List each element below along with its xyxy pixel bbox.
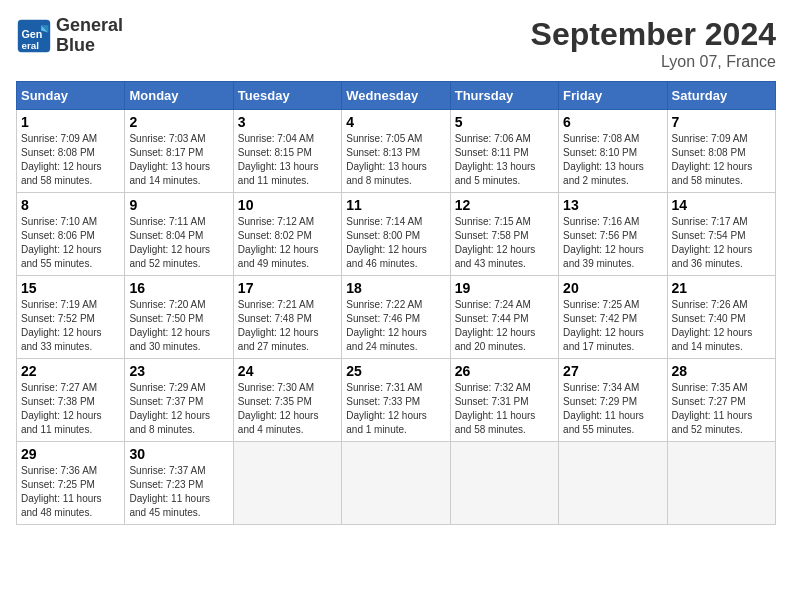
logo: Gen eral General Blue [16, 16, 123, 56]
calendar-row-4: 22Sunrise: 7:27 AMSunset: 7:38 PMDayligh… [17, 359, 776, 442]
day-number: 6 [563, 114, 662, 130]
day-cell-1: 1Sunrise: 7:09 AMSunset: 8:08 PMDaylight… [17, 110, 125, 193]
day-number: 5 [455, 114, 554, 130]
day-info: Sunrise: 7:17 AMSunset: 7:54 PMDaylight:… [672, 215, 771, 271]
day-cell-17: 17Sunrise: 7:21 AMSunset: 7:48 PMDayligh… [233, 276, 341, 359]
day-info: Sunrise: 7:34 AMSunset: 7:29 PMDaylight:… [563, 381, 662, 437]
calendar-row-2: 8Sunrise: 7:10 AMSunset: 8:06 PMDaylight… [17, 193, 776, 276]
day-number: 9 [129, 197, 228, 213]
day-info: Sunrise: 7:10 AMSunset: 8:06 PMDaylight:… [21, 215, 120, 271]
calendar-table: SundayMondayTuesdayWednesdayThursdayFrid… [16, 81, 776, 525]
weekday-header-monday: Monday [125, 82, 233, 110]
day-number: 18 [346, 280, 445, 296]
day-info: Sunrise: 7:12 AMSunset: 8:02 PMDaylight:… [238, 215, 337, 271]
weekday-header-wednesday: Wednesday [342, 82, 450, 110]
day-number: 10 [238, 197, 337, 213]
day-info: Sunrise: 7:35 AMSunset: 7:27 PMDaylight:… [672, 381, 771, 437]
empty-cell [667, 442, 775, 525]
day-cell-25: 25Sunrise: 7:31 AMSunset: 7:33 PMDayligh… [342, 359, 450, 442]
day-number: 2 [129, 114, 228, 130]
day-cell-3: 3Sunrise: 7:04 AMSunset: 8:15 PMDaylight… [233, 110, 341, 193]
day-cell-16: 16Sunrise: 7:20 AMSunset: 7:50 PMDayligh… [125, 276, 233, 359]
weekday-header-friday: Friday [559, 82, 667, 110]
day-number: 23 [129, 363, 228, 379]
day-info: Sunrise: 7:14 AMSunset: 8:00 PMDaylight:… [346, 215, 445, 271]
weekday-header-row: SundayMondayTuesdayWednesdayThursdayFrid… [17, 82, 776, 110]
calendar-row-3: 15Sunrise: 7:19 AMSunset: 7:52 PMDayligh… [17, 276, 776, 359]
day-info: Sunrise: 7:27 AMSunset: 7:38 PMDaylight:… [21, 381, 120, 437]
day-cell-30: 30Sunrise: 7:37 AMSunset: 7:23 PMDayligh… [125, 442, 233, 525]
day-cell-24: 24Sunrise: 7:30 AMSunset: 7:35 PMDayligh… [233, 359, 341, 442]
day-info: Sunrise: 7:30 AMSunset: 7:35 PMDaylight:… [238, 381, 337, 437]
logo-icon: Gen eral [16, 18, 52, 54]
day-number: 13 [563, 197, 662, 213]
day-number: 28 [672, 363, 771, 379]
day-info: Sunrise: 7:22 AMSunset: 7:46 PMDaylight:… [346, 298, 445, 354]
day-cell-6: 6Sunrise: 7:08 AMSunset: 8:10 PMDaylight… [559, 110, 667, 193]
day-number: 30 [129, 446, 228, 462]
day-info: Sunrise: 7:19 AMSunset: 7:52 PMDaylight:… [21, 298, 120, 354]
day-info: Sunrise: 7:11 AMSunset: 8:04 PMDaylight:… [129, 215, 228, 271]
day-cell-18: 18Sunrise: 7:22 AMSunset: 7:46 PMDayligh… [342, 276, 450, 359]
day-cell-15: 15Sunrise: 7:19 AMSunset: 7:52 PMDayligh… [17, 276, 125, 359]
day-number: 7 [672, 114, 771, 130]
day-cell-5: 5Sunrise: 7:06 AMSunset: 8:11 PMDaylight… [450, 110, 558, 193]
day-cell-14: 14Sunrise: 7:17 AMSunset: 7:54 PMDayligh… [667, 193, 775, 276]
day-cell-23: 23Sunrise: 7:29 AMSunset: 7:37 PMDayligh… [125, 359, 233, 442]
day-cell-20: 20Sunrise: 7:25 AMSunset: 7:42 PMDayligh… [559, 276, 667, 359]
day-cell-29: 29Sunrise: 7:36 AMSunset: 7:25 PMDayligh… [17, 442, 125, 525]
day-info: Sunrise: 7:31 AMSunset: 7:33 PMDaylight:… [346, 381, 445, 437]
day-number: 4 [346, 114, 445, 130]
day-info: Sunrise: 7:04 AMSunset: 8:15 PMDaylight:… [238, 132, 337, 188]
svg-text:eral: eral [21, 39, 39, 50]
calendar-row-5: 29Sunrise: 7:36 AMSunset: 7:25 PMDayligh… [17, 442, 776, 525]
day-cell-22: 22Sunrise: 7:27 AMSunset: 7:38 PMDayligh… [17, 359, 125, 442]
day-number: 26 [455, 363, 554, 379]
day-number: 3 [238, 114, 337, 130]
day-info: Sunrise: 7:06 AMSunset: 8:11 PMDaylight:… [455, 132, 554, 188]
weekday-header-tuesday: Tuesday [233, 82, 341, 110]
day-number: 16 [129, 280, 228, 296]
day-cell-10: 10Sunrise: 7:12 AMSunset: 8:02 PMDayligh… [233, 193, 341, 276]
day-info: Sunrise: 7:32 AMSunset: 7:31 PMDaylight:… [455, 381, 554, 437]
day-info: Sunrise: 7:29 AMSunset: 7:37 PMDaylight:… [129, 381, 228, 437]
month-title: September 2024 [531, 16, 776, 53]
day-cell-27: 27Sunrise: 7:34 AMSunset: 7:29 PMDayligh… [559, 359, 667, 442]
day-number: 12 [455, 197, 554, 213]
day-number: 22 [21, 363, 120, 379]
day-number: 19 [455, 280, 554, 296]
day-cell-12: 12Sunrise: 7:15 AMSunset: 7:58 PMDayligh… [450, 193, 558, 276]
day-number: 20 [563, 280, 662, 296]
day-number: 21 [672, 280, 771, 296]
page-header: Gen eral General Blue September 2024 Lyo… [16, 16, 776, 71]
day-cell-8: 8Sunrise: 7:10 AMSunset: 8:06 PMDaylight… [17, 193, 125, 276]
day-cell-4: 4Sunrise: 7:05 AMSunset: 8:13 PMDaylight… [342, 110, 450, 193]
day-number: 11 [346, 197, 445, 213]
empty-cell [450, 442, 558, 525]
weekday-header-saturday: Saturday [667, 82, 775, 110]
day-cell-13: 13Sunrise: 7:16 AMSunset: 7:56 PMDayligh… [559, 193, 667, 276]
day-info: Sunrise: 7:25 AMSunset: 7:42 PMDaylight:… [563, 298, 662, 354]
weekday-header-thursday: Thursday [450, 82, 558, 110]
location: Lyon 07, France [531, 53, 776, 71]
day-info: Sunrise: 7:36 AMSunset: 7:25 PMDaylight:… [21, 464, 120, 520]
day-info: Sunrise: 7:05 AMSunset: 8:13 PMDaylight:… [346, 132, 445, 188]
day-number: 8 [21, 197, 120, 213]
day-info: Sunrise: 7:24 AMSunset: 7:44 PMDaylight:… [455, 298, 554, 354]
day-cell-21: 21Sunrise: 7:26 AMSunset: 7:40 PMDayligh… [667, 276, 775, 359]
day-info: Sunrise: 7:09 AMSunset: 8:08 PMDaylight:… [672, 132, 771, 188]
day-cell-7: 7Sunrise: 7:09 AMSunset: 8:08 PMDaylight… [667, 110, 775, 193]
day-cell-9: 9Sunrise: 7:11 AMSunset: 8:04 PMDaylight… [125, 193, 233, 276]
day-number: 1 [21, 114, 120, 130]
day-number: 15 [21, 280, 120, 296]
day-info: Sunrise: 7:08 AMSunset: 8:10 PMDaylight:… [563, 132, 662, 188]
logo-text: General Blue [56, 16, 123, 56]
day-info: Sunrise: 7:26 AMSunset: 7:40 PMDaylight:… [672, 298, 771, 354]
empty-cell [342, 442, 450, 525]
day-cell-2: 2Sunrise: 7:03 AMSunset: 8:17 PMDaylight… [125, 110, 233, 193]
day-info: Sunrise: 7:21 AMSunset: 7:48 PMDaylight:… [238, 298, 337, 354]
day-info: Sunrise: 7:15 AMSunset: 7:58 PMDaylight:… [455, 215, 554, 271]
day-cell-19: 19Sunrise: 7:24 AMSunset: 7:44 PMDayligh… [450, 276, 558, 359]
empty-cell [559, 442, 667, 525]
day-number: 29 [21, 446, 120, 462]
